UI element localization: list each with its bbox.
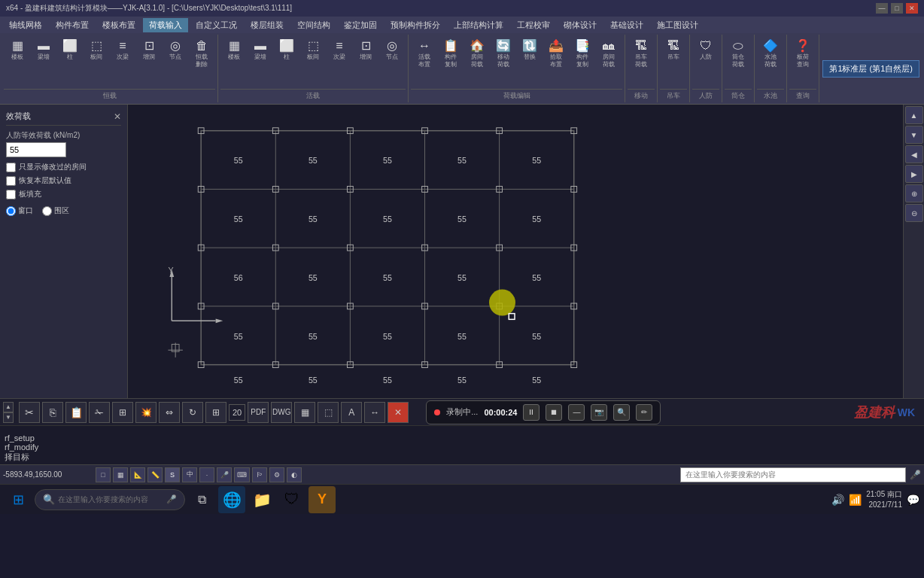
tb-silo[interactable]: ⬭ 筒仓荷载	[725, 37, 751, 69]
status-btn-display[interactable]: ◐	[287, 467, 302, 482]
task-view-btn[interactable]: ⧉	[188, 486, 215, 513]
taskbar-browser-btn[interactable]: 🌐	[218, 486, 245, 513]
tb-query[interactable]: ❓ 板荷查询	[790, 37, 816, 69]
minimize-btn[interactable]: —	[876, 3, 888, 14]
start-button[interactable]: ⊞	[5, 486, 32, 513]
tb-node-load[interactable]: ◎ 节点	[163, 37, 188, 69]
tb-floor-load[interactable]: ▦ 楼板	[5, 37, 30, 65]
radio-window[interactable]: 窗口	[6, 205, 33, 216]
right-btn-5[interactable]: ⊕	[905, 184, 923, 202]
right-btn-3[interactable]: ◀	[905, 145, 923, 163]
rec-stop-btn[interactable]: ⏹	[546, 404, 562, 421]
tb-water-tank[interactable]: 🔷 水池荷载	[758, 37, 783, 69]
status-btn-flag[interactable]: 🏳	[252, 467, 267, 482]
checkbox-restore-default[interactable]: 恢复本层默认值	[6, 175, 121, 186]
tb-live-secondary[interactable]: ≡ 次梁	[327, 37, 352, 65]
tb-secondary-beam[interactable]: ≡ 次梁	[110, 37, 135, 65]
cad-btn-paste[interactable]: 📋	[65, 402, 87, 423]
cad-btn-scissors[interactable]: ✂	[19, 402, 40, 423]
tb-load-place[interactable]: ↔ 活载布置	[412, 37, 437, 69]
rec-edit-btn[interactable]: ✏	[636, 404, 652, 421]
cad-btn-layers[interactable]: ⬚	[318, 402, 339, 423]
status-btn-ortho[interactable]: 📐	[130, 467, 145, 482]
tb-live-column[interactable]: ⬜ 柱	[274, 37, 299, 65]
rec-search-btn[interactable]: 🔍	[613, 404, 630, 421]
cad-btn-copy[interactable]: ⎘	[42, 402, 63, 423]
tb-live-node[interactable]: ◎ 节点	[379, 37, 405, 65]
cad-btn-pdf[interactable]: PDF	[248, 402, 269, 423]
cad-btn-extend[interactable]: ⊞	[112, 402, 133, 423]
tb-crane2[interactable]: 🏗 吊车	[661, 37, 686, 65]
menu-item-space[interactable]: 空间结构	[291, 18, 336, 32]
right-btn-4[interactable]: ▶	[905, 165, 923, 183]
tb-live-floor[interactable]: ▦ 楼板	[221, 37, 247, 65]
maximize-btn[interactable]: □	[891, 3, 903, 14]
system-clock[interactable]: 21:05 南口 2021/7/11	[866, 489, 902, 510]
checkbox-fill[interactable]: 板填充	[6, 189, 121, 199]
cad-btn-trim[interactable]: ✁	[89, 402, 110, 423]
menu-item-masonry[interactable]: 砌体设计	[558, 18, 603, 32]
cmd-scroll-down[interactable]: ▼	[3, 412, 14, 423]
radio-window-input[interactable]	[6, 206, 16, 216]
status-btn-chinese[interactable]: 中	[182, 467, 197, 482]
menu-item-appraisal[interactable]: 鉴定加固	[338, 18, 383, 32]
load-input[interactable]	[6, 142, 66, 157]
status-btn-grid-snap[interactable]: ▦	[113, 467, 128, 482]
menu-item-custom[interactable]: 自定义工况	[190, 18, 243, 32]
menu-item-foundation[interactable]: 基础设计	[604, 18, 649, 32]
menu-item-construction[interactable]: 施工图设计	[651, 18, 704, 32]
tb-live-panel[interactable]: ⬚ 板间	[300, 37, 326, 65]
cad-btn-delete[interactable]: ✕	[388, 402, 409, 423]
cad-btn-explode[interactable]: 💥	[135, 402, 157, 423]
status-btn-polar[interactable]: 📏	[147, 467, 163, 482]
status-btn-keyboard[interactable]: ⌨	[234, 467, 250, 482]
cad-btn-rotate[interactable]: ↻	[182, 402, 203, 423]
cad-btn-mirror[interactable]: ⇔	[159, 402, 180, 423]
taskbar-search-field[interactable]	[58, 495, 163, 503]
tb-component-copy[interactable]: 📋 构件复制	[438, 37, 464, 69]
menu-item-structure[interactable]: 上部结构计算	[448, 18, 509, 32]
checkbox-modified-input[interactable]	[6, 163, 16, 172]
checkbox-fill-input[interactable]	[6, 190, 16, 199]
right-btn-2[interactable]: ▼	[905, 126, 923, 144]
right-btn-1[interactable]: ▲	[905, 106, 923, 124]
status-btn-dot[interactable]: ·	[199, 467, 214, 482]
rec-camera-btn[interactable]: 📷	[591, 404, 607, 421]
panel-close-btn[interactable]: ✕	[114, 111, 121, 122]
cmd-scroll-up[interactable]: ▲	[3, 402, 14, 412]
checkbox-restore-input[interactable]	[6, 176, 16, 186]
taskbar-search-input[interactable]	[680, 467, 906, 482]
tb-live-beam[interactable]: ▬ 梁墙	[248, 37, 273, 65]
status-btn-style[interactable]: S	[165, 467, 180, 482]
cad-btn-dwg[interactable]: DWG	[271, 402, 292, 423]
menu-item-review[interactable]: 工程校审	[511, 18, 556, 32]
tb-beam-wall-load[interactable]: ▬ 梁墙	[31, 37, 56, 65]
menu-item-floor[interactable]: 楼板布置	[96, 18, 141, 32]
right-btn-6[interactable]: ⊖	[905, 204, 923, 222]
canvas-area[interactable]: 55 55 55 55 55 55 55 55 55 55 56 55 55 5…	[128, 105, 903, 398]
tb-panel-load[interactable]: ⬚ 板间	[84, 37, 109, 65]
radio-region-input[interactable]	[42, 206, 52, 216]
menu-item-precast[interactable]: 预制构件拆分	[384, 18, 446, 32]
close-btn[interactable]: ✕	[906, 3, 918, 14]
tray-volume-icon[interactable]: 🔊	[831, 494, 844, 506]
tb-component-replicate[interactable]: 📑 构件复制	[570, 37, 595, 69]
rec-pause-btn[interactable]: ⏸	[523, 404, 540, 421]
floor-selector[interactable]: 第1标准层 (第1自然层)	[822, 60, 919, 78]
taskbar-yjk-btn[interactable]: Y	[309, 486, 336, 513]
tb-move-load[interactable]: 🔄 移动荷载	[491, 37, 516, 69]
tb-replace[interactable]: 🔃 替换	[517, 37, 543, 69]
radio-region[interactable]: 围区	[42, 205, 69, 216]
tb-civil-defense[interactable]: 🛡 人防	[693, 37, 719, 65]
cad-btn-dim[interactable]: ↔	[364, 402, 385, 423]
tb-room-load[interactable]: 🏠 房间荷载	[464, 37, 490, 69]
status-btn-mic[interactable]: 🎤	[217, 467, 232, 482]
tb-pick-place[interactable]: 📤 拾取布置	[543, 37, 569, 69]
tb-crane[interactable]: 🏗 吊车荷载	[628, 37, 654, 69]
cad-btn-grid[interactable]: ▦	[294, 402, 315, 423]
rec-menu-btn[interactable]: —	[568, 404, 585, 421]
cad-btn-text[interactable]: A	[341, 402, 362, 423]
menu-item-assembly[interactable]: 楼层组装	[245, 18, 290, 32]
tray-network-icon[interactable]: 📶	[849, 494, 862, 506]
menu-item-load[interactable]: 荷载输入	[143, 18, 188, 32]
